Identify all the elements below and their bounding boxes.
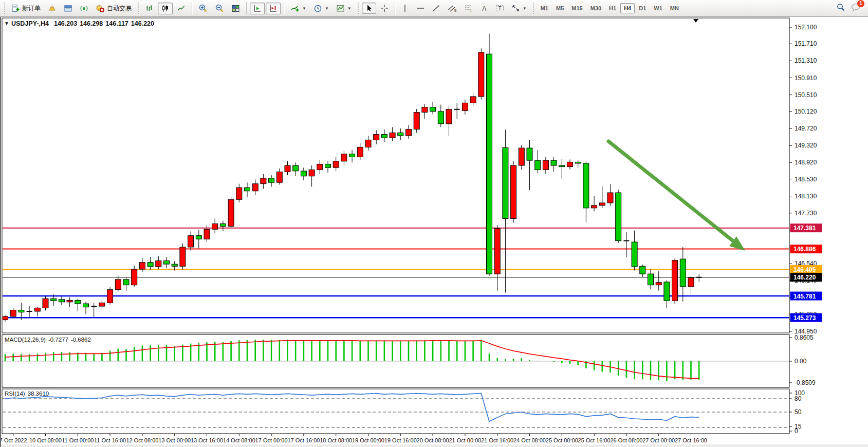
svg-text:50: 50 <box>795 408 802 416</box>
toolbar-grip[interactable] <box>137 3 140 14</box>
svg-text:149.320: 149.320 <box>795 142 817 149</box>
chart-collapse-arrow[interactable]: ▼ <box>4 21 9 26</box>
auto-scroll-button[interactable] <box>250 3 265 14</box>
timeframe-button-H1[interactable]: H1 <box>605 3 620 13</box>
svg-text:80: 80 <box>795 395 802 402</box>
time-label: 11 Oct 16:00 <box>94 437 126 443</box>
candle-body <box>220 224 226 226</box>
bar-chart-button[interactable] <box>142 3 157 14</box>
candle-body <box>228 199 234 226</box>
fibonacci-icon: F <box>464 4 473 12</box>
candle-body <box>511 165 516 218</box>
dropdown-caret: ▼ <box>523 6 527 11</box>
market-watch-button[interactable] <box>45 3 60 14</box>
toolbar-grip[interactable] <box>357 3 360 14</box>
sound-signal-button[interactable] <box>77 3 91 14</box>
time-label: 27 Oct 00:00 <box>642 437 675 443</box>
candle-body <box>543 160 548 170</box>
data-window-button[interactable] <box>61 3 76 14</box>
channel-tool-button[interactable]: E <box>445 3 460 14</box>
fibonacci-tool-button[interactable]: F <box>461 3 476 14</box>
trendline-tool-button[interactable] <box>429 3 444 14</box>
mt4-window: 新订单 自动交易 <box>0 0 868 447</box>
zoom-out-icon <box>215 4 224 13</box>
timeframe-button-M30[interactable]: M30 <box>587 3 605 13</box>
timeframe-button-M5[interactable]: M5 <box>552 3 567 13</box>
tile-windows-button[interactable] <box>228 3 243 14</box>
candle-body <box>19 310 24 312</box>
auto-scroll-icon <box>253 4 262 13</box>
svg-text:146.405: 146.405 <box>793 266 816 273</box>
timeframe-button-W1[interactable]: W1 <box>650 3 666 13</box>
svg-text:147.730: 147.730 <box>795 210 817 217</box>
time-label: 14 Oct 08:00 <box>223 437 255 443</box>
candle-body <box>414 113 419 129</box>
candle-body <box>188 236 194 247</box>
candle-body <box>309 170 315 176</box>
time-label: 17 Oct 16:00 <box>287 437 320 443</box>
chart-canvas[interactable]: 152.100151.710151.310150.910150.510150.1… <box>1 17 868 447</box>
candle-body <box>285 165 290 172</box>
svg-text:145.273: 145.273 <box>793 314 816 322</box>
time-label: 26 Oct 08:00 <box>610 437 642 443</box>
svg-text:0: 0 <box>795 427 798 435</box>
text-label-tool-button[interactable]: T <box>492 3 507 14</box>
timeframe-button-D1[interactable]: D1 <box>635 3 650 13</box>
new-order-label: 新订单 <box>22 4 41 13</box>
line-chart-icon <box>177 4 186 13</box>
candle-body <box>293 165 299 171</box>
search-icon[interactable] <box>836 3 845 14</box>
cursor-tool-button[interactable] <box>362 3 376 14</box>
candle-body <box>374 135 379 140</box>
time-label: 25 Oct 00:00 <box>546 437 578 443</box>
horizontal-line-tool-button[interactable] <box>413 3 428 14</box>
candle-body <box>398 133 403 136</box>
periods-button[interactable]: ▼ <box>310 3 332 14</box>
toolbar-grip[interactable] <box>3 3 6 14</box>
templates-button[interactable]: ▼ <box>333 3 355 14</box>
toolbar-grip[interactable] <box>532 3 535 14</box>
candle-body <box>357 147 363 157</box>
indicators-button[interactable]: ▼ <box>287 3 309 14</box>
auto-trading-button[interactable]: 自动交易 <box>93 3 135 14</box>
auto-trading-icon <box>96 4 105 13</box>
timeframe-button-M15[interactable]: M15 <box>568 3 586 13</box>
tile-windows-icon <box>231 4 240 13</box>
candle-body <box>430 107 436 111</box>
vertical-line-tool-button[interactable] <box>398 3 412 14</box>
price-tag-146.886: 146.886 <box>790 245 822 253</box>
candle-body <box>559 165 565 166</box>
window-icon <box>64 4 72 13</box>
candle-body <box>156 260 161 267</box>
signal-icon <box>80 4 88 13</box>
candlestick-chart-button[interactable] <box>158 3 173 14</box>
arrows-icon <box>511 4 520 12</box>
crosshair-tool-button[interactable] <box>377 3 392 14</box>
timeframe-button-M1[interactable]: M1 <box>537 3 552 13</box>
clock-icon <box>313 4 322 13</box>
chat-button[interactable]: 1 <box>851 3 861 14</box>
timeframe-button-H4[interactable]: H4 <box>620 3 635 13</box>
time-label: 13 Oct 00:00 <box>158 437 191 443</box>
line-chart-button[interactable] <box>174 3 189 14</box>
chart-title: USDJPY-,H4146.203146.298146.117146.220 <box>11 20 154 27</box>
price-tag-145.273: 145.273 <box>790 313 822 322</box>
candle-body <box>51 299 57 301</box>
candle-body <box>599 203 605 206</box>
text-tool-button[interactable]: A <box>477 3 491 14</box>
candle-body <box>139 263 145 269</box>
candle-body <box>422 107 428 113</box>
zoom-out-button[interactable] <box>212 2 227 14</box>
gold-icon <box>48 4 57 13</box>
arrows-tool-button[interactable]: ▼ <box>508 3 530 14</box>
time-label: 7 Oct 2022 <box>1 437 27 443</box>
time-label: 11 Oct 00:00 <box>62 437 94 443</box>
price-tag-147.381: 147.381 <box>790 224 822 232</box>
candle-body <box>381 135 387 138</box>
chart-shift-button[interactable] <box>266 3 281 14</box>
timeframe-button-MN[interactable]: MN <box>667 3 682 13</box>
candle-body <box>83 304 89 307</box>
new-order-button[interactable]: 新订单 <box>8 3 44 14</box>
zoom-in-button[interactable] <box>195 2 211 14</box>
candle-body <box>43 299 48 308</box>
